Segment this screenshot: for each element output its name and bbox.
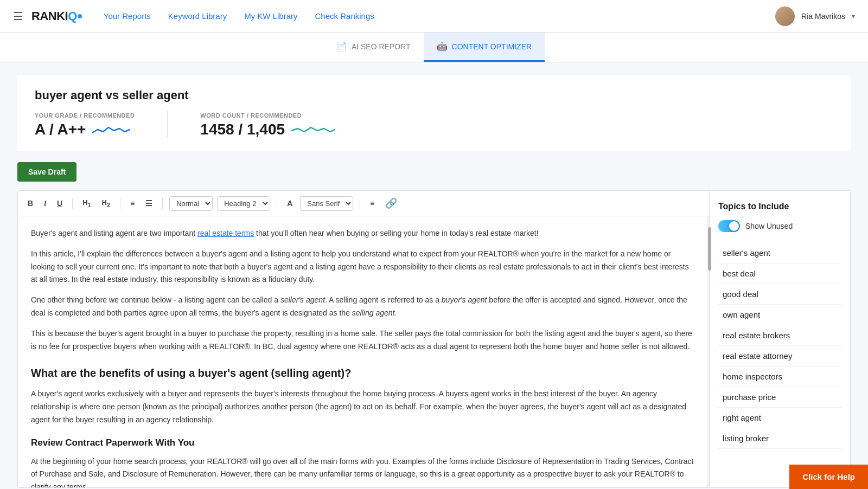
topic-own-agent[interactable]: own agent [718,305,841,325]
para-3: One other thing before we continue below… [31,294,694,320]
topic-best-deal[interactable]: best deal [718,263,841,284]
avatar[interactable] [775,7,795,26]
link-button[interactable]: 🔗 [382,195,400,211]
avatar-image [775,7,795,26]
tab-ai-label: AI SEO REPORT [352,42,411,51]
para-1: Buyer's agent and listing agent are two … [31,227,694,240]
heading-benefits: What are the benefits of using a buyer's… [31,364,694,382]
logo-text: RANKIQ [31,9,77,23]
topics-title: Topics to Include [718,202,841,211]
topic-good-deal[interactable]: good deal [718,284,841,305]
para-benefits: A buyer's agent works exclusively with a… [31,388,694,426]
topic-listing-broker[interactable]: listing broker [718,428,841,449]
metrics-row: YOUR GRADE / RECOMMENDED A / A++ WORD CO… [35,111,833,138]
word-wave-svg [291,123,335,136]
tab-content-optimizer[interactable]: 🤖 CONTENT OPTIMIZER [424,33,545,62]
editor-main: B I U H1 H2 ≡ ☰ Normal Heading 2 A [18,191,709,487]
toolbar-separator-1 [72,198,73,209]
ordered-list-button[interactable]: ≡ [127,197,138,210]
nav-check-rankings[interactable]: Check Rankings [315,7,374,25]
word-metric: WORD COUNT / RECOMMENDED 1458 / 1,405 [200,112,335,138]
para-4: This is because the buyer's agent brough… [31,327,694,353]
article-title: buyer agent vs seller agent [35,88,833,102]
topic-purchase-price[interactable]: purchase price [718,387,841,408]
metrics-divider [167,111,168,138]
para-contract: At the beginning of your home search pro… [31,455,694,487]
toolbar-separator-5 [360,198,360,209]
scrollbar-thumb[interactable] [708,227,711,271]
nav-your-reports[interactable]: Your Reports [104,7,151,25]
toolbar-separator-2 [120,198,120,209]
header: ☰ RANKIQ Your Reports Keyword Library My… [0,0,868,33]
nav-keyword-library[interactable]: Keyword Library [168,7,227,25]
topics-sidebar: Topics to Include Show Unused seller's a… [709,191,850,487]
main-nav: Your Reports Keyword Library My KW Libra… [104,7,374,25]
heading-select[interactable]: Heading 2 [217,196,270,211]
bold-button[interactable]: B [24,197,36,210]
h2-button[interactable]: H2 [99,196,113,210]
font-color-button[interactable]: A [284,197,296,210]
font-select[interactable]: Sans Serif [300,196,353,211]
italic-icon: I [44,199,46,208]
show-unused-row: Show Unused [718,220,841,232]
heading-contract: Review Contract Paperwork With You [31,435,694,451]
word-graph [291,123,335,136]
article-meta: buyer agent vs seller agent YOUR GRADE /… [17,75,851,151]
robot-icon: 🤖 [437,41,448,52]
logo-iq: Q [68,9,77,23]
show-unused-toggle[interactable] [718,220,740,232]
header-right: Ria Mavrikos ▾ [775,7,855,26]
editor-container: B I U H1 H2 ≡ ☰ Normal Heading 2 A [17,190,851,488]
toggle-knob [729,221,739,231]
toolbar-separator-4 [277,198,277,209]
topic-right-agent[interactable]: right agent [718,408,841,428]
editor-toolbar: B I U H1 H2 ≡ ☰ Normal Heading 2 A [18,191,709,216]
word-label: WORD COUNT / RECOMMENDED [200,112,335,119]
grade-metric: YOUR GRADE / RECOMMENDED A / A++ [35,112,135,138]
h1-button[interactable]: H1 [79,196,94,210]
tab-ai-seo-report[interactable]: 📄 AI SEO REPORT [323,33,424,62]
main-content: buyer agent vs seller agent YOUR GRADE /… [0,62,868,489]
tabs-bar: 📄 AI SEO REPORT 🤖 CONTENT OPTIMIZER [0,33,868,62]
topic-real-estate-attorney[interactable]: real estate attorney [718,346,841,366]
grade-value: A / A++ [35,121,86,138]
show-unused-label: Show Unused [745,222,793,230]
username[interactable]: Ria Mavrikos [801,12,845,21]
editor-body-wrapper: Buyer's agent and listing agent are two … [18,216,709,487]
align-button[interactable]: ≡ [367,197,378,210]
format-select[interactable]: Normal [169,196,213,211]
toolbar-separator-3 [162,198,163,209]
italic-button[interactable]: I [41,197,49,210]
document-icon: 📄 [336,41,347,52]
save-draft-button[interactable]: Save Draft [17,162,76,182]
editor-content[interactable]: Buyer's agent and listing agent are two … [18,216,707,487]
underline-icon: U [57,199,62,208]
chevron-down-icon[interactable]: ▾ [852,12,855,20]
bold-icon: B [28,199,33,208]
topic-sellers-agent[interactable]: seller's agent [718,243,841,263]
real-estate-terms-link[interactable]: real estate terms [197,229,254,237]
para-2: In this article, I'll explain the differ… [31,248,694,286]
unordered-list-button[interactable]: ☰ [142,197,156,210]
underline-button[interactable]: U [54,197,66,210]
logo: RANKIQ [31,9,82,23]
scrollbar-track[interactable] [707,216,709,487]
logo-dot [78,14,82,18]
grade-wave-svg [92,123,130,136]
topic-home-inspectors[interactable]: home inspectors [718,366,841,387]
tab-optimizer-label: CONTENT OPTIMIZER [452,42,532,51]
nav-my-kw-library[interactable]: My KW Library [244,7,297,25]
menu-icon[interactable]: ☰ [13,10,23,23]
topic-real-estate-brokers[interactable]: real estate brokers [718,325,841,346]
word-value: 1458 / 1,405 [200,121,285,138]
click-for-help-button[interactable]: Click for Help [789,465,868,489]
grade-label: YOUR GRADE / RECOMMENDED [35,112,135,119]
grade-graph [92,123,130,136]
